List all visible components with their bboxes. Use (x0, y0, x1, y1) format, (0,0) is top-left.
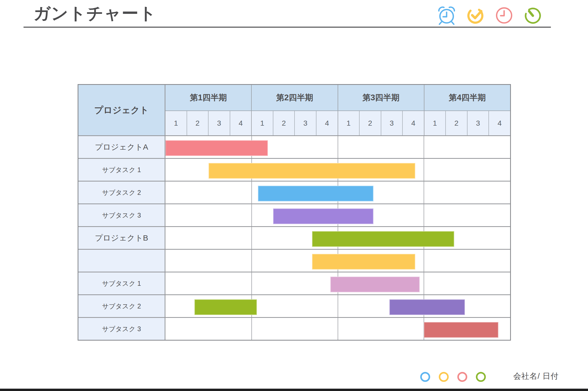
period-header-cell: 4 (403, 111, 424, 135)
period-header-cell: 1 (338, 111, 360, 135)
quarter-gridline (338, 295, 338, 317)
period-header-cell: 1 (424, 111, 446, 135)
footer-circles (420, 372, 486, 382)
gantt-bar (424, 322, 498, 338)
table-row: サブタスク 3 (78, 317, 510, 340)
row-timeline (165, 182, 510, 203)
footer-credit: 会社名/ 日付 (513, 371, 559, 382)
gantt-bar (389, 299, 465, 315)
circle-blue-icon (420, 372, 430, 382)
table-row: プロジェクトA (78, 135, 510, 158)
clock-icon (493, 4, 515, 26)
row-label: サブタスク 3 (78, 204, 165, 226)
quarter-header-cell: 第4四半期 (424, 85, 510, 110)
period-header-cell: 3 (468, 111, 489, 135)
quarter-header-cell: 第3四半期 (338, 85, 424, 110)
circle-yellow-icon (439, 372, 449, 382)
quarter-header-row: 第1四半期第2四半期第3四半期第4四半期 (165, 85, 510, 111)
gantt-bar (273, 208, 373, 224)
quarter-gridline (338, 318, 338, 340)
row-label: サブタスク 1 (78, 159, 165, 181)
gantt-bar (258, 186, 373, 201)
quarter-header-cell: 第2四半期 (252, 85, 338, 110)
gantt-bar (209, 163, 415, 179)
alarm-clock-icon (436, 4, 457, 26)
table-row: サブタスク 2 (78, 181, 510, 203)
quarter-gridline (424, 159, 424, 181)
quarter-header-cell: 第1四半期 (165, 85, 252, 110)
row-timeline (165, 250, 510, 272)
row-label (78, 250, 165, 272)
row-timeline (165, 295, 510, 317)
row-timeline (165, 159, 510, 181)
period-header-cell: 4 (489, 111, 510, 135)
row-label: サブタスク 3 (78, 318, 165, 340)
quarter-gridline (251, 250, 252, 272)
gantt-header: プロジェクト第1四半期第2四半期第3四半期第4四半期12341234123412… (78, 85, 510, 135)
period-header-cell: 3 (295, 111, 316, 135)
gantt-bar (330, 277, 420, 292)
row-label: プロジェクトB (78, 227, 165, 249)
check-circle-icon (465, 4, 486, 26)
table-row: プロジェクトB (78, 226, 510, 249)
quarter-gridline (424, 136, 424, 158)
page-title: ガントチャート (33, 2, 157, 25)
row-label: サブタスク 2 (78, 182, 165, 203)
title-divider (24, 27, 551, 28)
quarter-gridline (251, 318, 252, 340)
timer-icon (522, 4, 544, 26)
period-header-row: 1234123412341234 (165, 111, 510, 135)
table-row: サブタスク 1 (78, 158, 510, 181)
row-header-cell: プロジェクト (78, 85, 165, 135)
header-icons (436, 4, 544, 26)
quarter-gridline (251, 227, 252, 249)
period-header-cell: 1 (165, 111, 187, 135)
gantt-bar (312, 254, 416, 270)
circle-red-icon (457, 372, 467, 382)
table-row: サブタスク 3 (78, 203, 510, 226)
quarter-gridline (424, 204, 424, 226)
gantt-table: プロジェクト第1四半期第2四半期第3四半期第4四半期12341234123412… (78, 84, 511, 341)
table-row (78, 249, 510, 272)
circle-green-icon (476, 372, 486, 382)
quarter-gridline (251, 204, 252, 226)
period-header-cell: 3 (209, 111, 230, 135)
quarter-gridline (424, 250, 424, 272)
table-row: サブタスク 1 (78, 272, 510, 294)
period-header-cell: 1 (252, 111, 273, 135)
quarter-gridline (338, 136, 338, 158)
quarter-gridline (251, 182, 252, 203)
row-timeline (165, 204, 510, 226)
row-timeline (165, 227, 510, 249)
period-header-cell: 2 (273, 111, 295, 135)
timeline-header: 第1四半期第2四半期第3四半期第4四半期1234123412341234 (165, 85, 510, 135)
row-timeline (165, 136, 510, 158)
gantt-bar (165, 140, 268, 156)
period-header-cell: 3 (381, 111, 403, 135)
row-label: サブタスク 1 (78, 272, 165, 294)
gantt-bar (312, 231, 454, 247)
bottom-edge-bar (0, 389, 588, 391)
period-header-cell: 2 (446, 111, 468, 135)
period-header-cell: 2 (187, 111, 209, 135)
row-label: サブタスク 2 (78, 295, 165, 317)
quarter-gridline (251, 272, 252, 294)
table-row: サブタスク 2 (78, 294, 510, 317)
period-header-cell: 2 (360, 111, 381, 135)
row-timeline (165, 272, 510, 294)
row-timeline (165, 318, 510, 340)
period-header-cell: 4 (316, 111, 338, 135)
quarter-gridline (424, 182, 424, 203)
quarter-gridline (424, 272, 424, 294)
gantt-bar (194, 299, 257, 315)
row-label: プロジェクトA (78, 136, 165, 158)
period-header-cell: 4 (230, 111, 252, 135)
